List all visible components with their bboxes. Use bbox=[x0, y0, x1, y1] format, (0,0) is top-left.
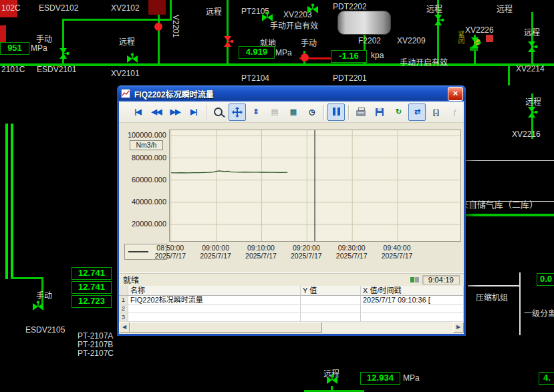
y-axis-label: 60000.000 bbox=[119, 176, 166, 184]
trend-toolbar: |◀◀◀▶▶▶|⇕▤▦◷↻⇄[-]ƒ bbox=[119, 102, 464, 123]
plant-label: XV2101 bbox=[111, 69, 140, 78]
prev-button[interactable]: ◀◀ bbox=[148, 104, 165, 121]
pause-icon bbox=[331, 106, 341, 118]
status-bar: 就绪 9:04:19 bbox=[119, 272, 464, 286]
separator-vessel bbox=[337, 11, 391, 35]
valve-xv2203[interactable] bbox=[306, 3, 319, 15]
window-titlebar[interactable]: FIQ2202标况瞬时流量 × bbox=[117, 85, 466, 102]
pan-button[interactable] bbox=[229, 104, 246, 121]
clock-button[interactable]: ◷ bbox=[303, 104, 321, 121]
horizontal-scrollbar[interactable]: ◀ ▶ bbox=[119, 322, 464, 333]
pipe-segment bbox=[519, 272, 521, 335]
plant-label: ESDV2101 bbox=[37, 65, 76, 74]
plant-label: ESDV2102 bbox=[39, 4, 78, 13]
trend-plot-svg bbox=[170, 130, 460, 241]
value-table-cell bbox=[301, 296, 361, 305]
zoom-button[interactable] bbox=[210, 104, 227, 121]
valve-esdv2102[interactable] bbox=[57, 47, 70, 60]
row-number-cell: 1 bbox=[119, 296, 128, 305]
plant-label: ESDV2105 bbox=[25, 326, 65, 335]
valve-xv2209[interactable] bbox=[432, 13, 444, 27]
value-readout: -1.16 bbox=[331, 50, 367, 63]
plant-label: 手动开启有效 bbox=[270, 22, 318, 31]
value-table-cell bbox=[128, 313, 301, 322]
valve-xv2101[interactable] bbox=[126, 53, 139, 65]
refresh-icon: ↻ bbox=[396, 108, 401, 116]
plant-label: 一级分离 bbox=[524, 310, 554, 319]
window-icon bbox=[121, 88, 132, 99]
valve-xv2216[interactable] bbox=[526, 106, 538, 119]
first-button[interactable]: |◀ bbox=[129, 104, 146, 121]
toolbar-separator bbox=[323, 105, 324, 120]
pipe-segment bbox=[11, 124, 13, 279]
first-frame-icon: |◀ bbox=[134, 108, 141, 116]
bracket-button[interactable]: [-] bbox=[427, 104, 444, 121]
rewind-icon: ◀◀ bbox=[151, 108, 161, 116]
status-time: 9:04:19 bbox=[422, 275, 460, 284]
x-axis-label: 09:20:002025/7/17 bbox=[286, 244, 326, 260]
valve-bottom[interactable] bbox=[325, 374, 339, 386]
print-button[interactable] bbox=[352, 104, 370, 121]
y-axis-label: 80000.000 bbox=[119, 154, 166, 162]
value-table-header-cell: X 值/时间戳 bbox=[361, 286, 464, 296]
export-button[interactable] bbox=[371, 104, 388, 121]
plant-label: MPa bbox=[275, 49, 292, 57]
pipe-segment bbox=[531, 12, 533, 65]
value-table-cell bbox=[361, 313, 464, 322]
y-axis-label: 20000.000 bbox=[119, 220, 166, 228]
plant-label: XV2226 bbox=[465, 26, 494, 35]
row-number-cell: 2 bbox=[119, 305, 128, 313]
fx-button[interactable]: ƒ bbox=[446, 104, 463, 121]
compare-button[interactable]: ⇄ bbox=[408, 104, 426, 121]
row-number-header bbox=[119, 286, 128, 296]
value-table-cell bbox=[128, 305, 301, 313]
valve-pt2105[interactable] bbox=[261, 11, 274, 23]
x-axis-label: 09:10:002025/7/17 bbox=[241, 244, 281, 260]
valve-xv2104[interactable] bbox=[222, 35, 234, 48]
compare-arrows-icon: ⇄ bbox=[414, 108, 420, 116]
table-row[interactable]: 3 bbox=[119, 313, 464, 322]
scroll-right-button[interactable]: ▶ bbox=[453, 322, 464, 333]
move-icon bbox=[232, 107, 243, 118]
vzoom-button[interactable]: ⇕ bbox=[247, 104, 265, 121]
status-chart-icon bbox=[410, 275, 419, 284]
plant-label: 远程 bbox=[497, 5, 513, 14]
plot-area[interactable] bbox=[169, 130, 461, 242]
diagram-frame bbox=[458, 160, 554, 202]
scroll-left-button[interactable]: ◀ bbox=[119, 322, 130, 333]
table-row[interactable]: 1FIQ2202标况瞬时流量2025/7/17 09:10:36 [ bbox=[119, 296, 464, 305]
pipe-segment bbox=[227, 0, 229, 65]
refresh-button[interactable]: ↻ bbox=[390, 104, 407, 121]
valve-esdv2105[interactable] bbox=[31, 301, 45, 313]
value-table-cell bbox=[301, 305, 361, 313]
plant-label: V2201 bbox=[171, 15, 180, 38]
status-text: 就绪 bbox=[123, 274, 139, 285]
plant-label: 远程 bbox=[119, 38, 135, 47]
value-readout: 12.741 bbox=[72, 281, 112, 294]
plant-label: 手动开启有效 bbox=[400, 59, 448, 67]
scroll-thumb[interactable] bbox=[130, 322, 322, 333]
value-table-header-row: 名称Y 值X 值/时间戳 bbox=[119, 286, 464, 296]
table-row[interactable]: 2 bbox=[119, 305, 464, 313]
stats-button[interactable]: ▤ bbox=[266, 104, 283, 121]
plant-label: 手动 bbox=[301, 39, 317, 48]
scada-screen: 102CESDV2102XV2102远程PT2105XV2203PDT2202远… bbox=[0, 0, 554, 392]
next-button[interactable]: ▶▶ bbox=[166, 104, 184, 121]
grid-button[interactable]: ▦ bbox=[285, 104, 302, 121]
valve-xv2214[interactable] bbox=[526, 40, 538, 53]
close-button[interactable]: × bbox=[448, 87, 463, 101]
x-axis-label: 09:30:002025/7/17 bbox=[331, 244, 372, 260]
y-axis-label: 40000.000 bbox=[119, 198, 166, 206]
value-table-cell: 2025/7/17 09:10:36 [ bbox=[361, 296, 464, 305]
last-button[interactable]: ▶| bbox=[185, 104, 202, 121]
magnifier-icon bbox=[214, 108, 223, 116]
pause-button[interactable] bbox=[327, 104, 345, 121]
trend-line bbox=[171, 171, 287, 173]
plant-label: 102C bbox=[1, 4, 21, 13]
valve-xv2226[interactable] bbox=[469, 36, 481, 49]
pipe-segment bbox=[508, 63, 510, 85]
value-readout: 12.934 bbox=[360, 372, 400, 385]
alarm-indicator-dot bbox=[301, 53, 309, 61]
value-table-header-cell: 名称 bbox=[128, 286, 301, 296]
value-readout: 4. bbox=[539, 372, 554, 385]
